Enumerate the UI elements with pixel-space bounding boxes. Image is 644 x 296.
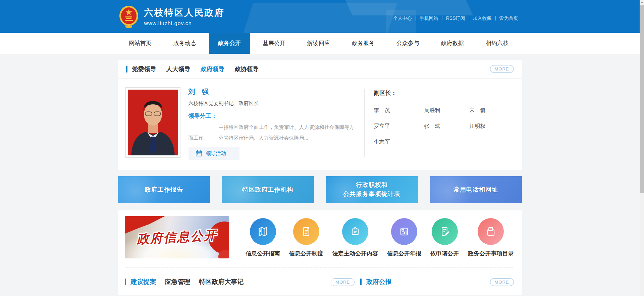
disclosure-item-annual-report[interactable]: 信息公开年报 bbox=[387, 218, 421, 257]
bar-chart-icon bbox=[398, 226, 410, 238]
disclosure-item-on-request[interactable]: 依申请公开 bbox=[430, 218, 459, 257]
division-text: 主持特区政府全面工作，负责审计、人力资源和社会保障等方面工作。 分管特区审计局、… bbox=[189, 122, 355, 143]
disclosure-icon-row: 信息公开指南 信息公开制度 bbox=[246, 218, 514, 257]
deputy-label: 副区长： bbox=[374, 89, 514, 97]
disclosure-item-statutory[interactable]: 法定主动公开内容 bbox=[332, 218, 378, 257]
disclosure-item-guide[interactable]: 信息公开指南 bbox=[246, 218, 280, 257]
page: 六枝特区人民政府 www.liuzhi.gov.cn 个人中心 手机网站 RSS… bbox=[0, 0, 640, 296]
leadership-tab-bar: 党委领导 人大领导 政府领导 政协领导 MORE bbox=[118, 60, 522, 79]
scrollbar-thumb[interactable] bbox=[640, 5, 644, 193]
site-header: 六枝特区人民政府 www.liuzhi.gov.cn 个人中心 手机网站 RSS… bbox=[0, 0, 640, 33]
accent-bar bbox=[126, 66, 127, 72]
deputy-mayors: 副区长： 李 茂 周胜利 宋 毓 罗立平 张 斌 江明权 李志军 bbox=[374, 87, 514, 160]
mail-icon bbox=[485, 226, 497, 238]
bottom-section: 建议提案 应急管理 特区政府大事记 MORE 政府公报 MORE bbox=[125, 267, 514, 286]
gov-work-organs-button[interactable]: 特区政府工作机构 bbox=[222, 176, 314, 203]
deputy-name[interactable]: 江明权 bbox=[470, 123, 514, 130]
link-rss[interactable]: RSS订阅 bbox=[442, 16, 469, 20]
deputy-name[interactable]: 罗立平 bbox=[374, 123, 424, 130]
nav-item-gov-data[interactable]: 政府数据 bbox=[430, 33, 475, 54]
deputy-name[interactable]: 周胜利 bbox=[424, 107, 470, 114]
link-mobile-site[interactable]: 手机网站 bbox=[416, 16, 442, 20]
nav-item-participation[interactable]: 公众参与 bbox=[386, 33, 430, 54]
info-disclosure-banner[interactable]: 政府信息公开 bbox=[125, 216, 229, 258]
vertical-divider bbox=[364, 89, 365, 157]
gazette-panel-header: 政府公报 MORE bbox=[360, 278, 514, 286]
nav-item-interpretation[interactable]: 解读回应 bbox=[297, 33, 341, 54]
tab-gov-leaders[interactable]: 政府领导 bbox=[201, 65, 225, 73]
clipboard-icon bbox=[349, 226, 361, 238]
site-title: 六枝特区人民政府 www.liuzhi.gov.cn bbox=[144, 7, 225, 27]
disclosure-item-catalog[interactable]: 政务公开事项目录 bbox=[468, 218, 514, 257]
accent-bar bbox=[125, 279, 126, 285]
header-utility-links: 个人中心 手机网站 RSS订阅 加入收藏 设为首页 bbox=[389, 16, 522, 20]
deputy-name[interactable]: 李 茂 bbox=[374, 107, 424, 114]
info-disclosure-card: 政府信息公开 信息公开指南 bbox=[118, 210, 522, 295]
leader-info: 刘 强 六枝特区党委副书记、政府区长 领导分工： 主持特区政府全面工作，负责审计… bbox=[189, 87, 355, 160]
scroll-up-arrow-icon[interactable] bbox=[641, 1, 643, 3]
tab-npc-leaders[interactable]: 人大领导 bbox=[166, 65, 191, 73]
division-label: 领导分工： bbox=[189, 112, 355, 120]
nav-item-home[interactable]: 网站首页 bbox=[118, 33, 163, 54]
leader-activity-button[interactable]: 领导活动 bbox=[189, 147, 239, 160]
nav-item-grassroots[interactable]: 基层公开 bbox=[252, 33, 297, 54]
tab-cppcc-leaders[interactable]: 政协领导 bbox=[235, 65, 259, 73]
link-personal-center[interactable]: 个人中心 bbox=[389, 16, 416, 20]
gov-work-report-button[interactable]: 政府工作报告 bbox=[118, 176, 210, 203]
leader-name[interactable]: 刘 强 bbox=[189, 87, 355, 96]
tab-emergency-management[interactable]: 应急管理 bbox=[165, 278, 191, 286]
main-nav: 网站首页 政务动态 政务公开 基层公开 解读回应 政务服务 公众参与 政府数据 … bbox=[0, 33, 640, 54]
gazette-more-button[interactable]: MORE bbox=[490, 278, 514, 286]
link-set-homepage[interactable]: 设为首页 bbox=[495, 16, 522, 20]
gov-gazette-title[interactable]: 政府公报 bbox=[366, 278, 392, 286]
site-url: www.liuzhi.gov.cn bbox=[144, 20, 225, 27]
link-add-favorite[interactable]: 加入收藏 bbox=[469, 16, 495, 20]
national-emblem-icon bbox=[118, 5, 140, 29]
suggestions-more-button[interactable]: MORE bbox=[331, 278, 355, 286]
leader-title: 六枝特区党委副书记、政府区长 bbox=[189, 100, 355, 107]
nav-item-gov-disclosure[interactable]: 政务公开 bbox=[209, 33, 250, 54]
disclosure-item-rules[interactable]: 信息公开制度 bbox=[289, 218, 323, 257]
leader-portrait-image bbox=[128, 90, 178, 155]
vertical-scrollbar[interactable] bbox=[640, 0, 644, 296]
deputy-name[interactable]: 张 斌 bbox=[424, 123, 470, 130]
leader-activity-label: 领导活动 bbox=[206, 150, 226, 157]
nav-item-news[interactable]: 政务动态 bbox=[163, 33, 207, 54]
nav-item-services[interactable]: 政务服务 bbox=[341, 33, 386, 54]
deputy-name[interactable]: 宋 毓 bbox=[470, 107, 514, 114]
leadership-card: 党委领导 人大领导 政府领导 政协领导 MORE bbox=[118, 60, 522, 170]
common-phones-urls-button[interactable]: 常用电话和网址 bbox=[430, 176, 522, 203]
calendar-icon bbox=[195, 150, 203, 157]
leadership-more-button[interactable]: MORE bbox=[490, 65, 514, 73]
edit-document-icon bbox=[439, 226, 451, 238]
tab-gov-chronicle[interactable]: 特区政府大事记 bbox=[199, 278, 244, 286]
document-icon bbox=[300, 226, 312, 238]
tab-suggestions-proposals[interactable]: 建议提案 bbox=[131, 278, 156, 286]
accent-bar bbox=[360, 279, 362, 285]
leader-photo[interactable] bbox=[125, 87, 180, 158]
tab-party-leaders[interactable]: 党委领导 bbox=[132, 65, 156, 73]
admin-powers-table-button[interactable]: 行政职权和 公共服务事项统计表 bbox=[326, 176, 418, 203]
nav-item-about-liuzhi[interactable]: 相约六枝 bbox=[475, 33, 520, 54]
deputy-name[interactable]: 李志军 bbox=[374, 139, 424, 146]
site-name: 六枝特区人民政府 bbox=[144, 7, 225, 19]
suggestions-panel-header: 建议提案 应急管理 特区政府大事记 MORE bbox=[125, 278, 355, 286]
quick-links-row: 政府工作报告 特区政府工作机构 行政职权和 公共服务事项统计表 常用电话和网址 bbox=[118, 176, 522, 203]
map-icon bbox=[257, 226, 269, 238]
